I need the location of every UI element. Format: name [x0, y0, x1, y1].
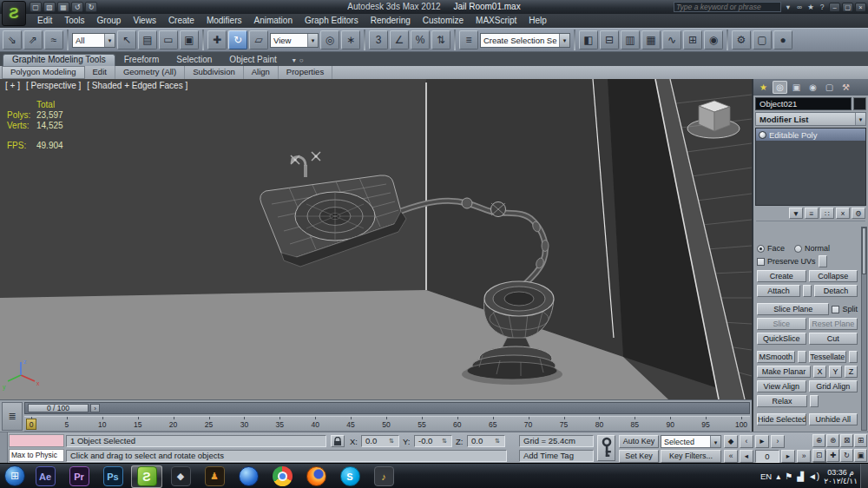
material-editor-icon[interactable]: ◉ [704, 30, 723, 49]
time-slider[interactable]: 0 / 100 [28, 404, 89, 412]
ribbon-minimize-icon[interactable]: ▾ [293, 56, 296, 64]
select-by-name-icon[interactable]: ▤ [138, 30, 157, 49]
previous-frame-icon[interactable]: ‹ [740, 435, 753, 448]
msmooth-settings-button[interactable] [798, 351, 806, 363]
select-and-scale-icon[interactable]: ▱ [249, 30, 268, 49]
render-setup-icon[interactable]: ⚙ [732, 30, 751, 49]
menu-modifiers[interactable]: Modifiers [201, 14, 248, 28]
next-frame-icon[interactable]: › [771, 435, 785, 448]
z-coordinate-field[interactable]: 0.0⇅ [467, 435, 505, 447]
infocenter-search-box[interactable] [674, 2, 781, 12]
unhide-all-button[interactable]: Unhide All [809, 413, 858, 425]
play-animation-button[interactable]: ► [755, 435, 769, 448]
quickslice-button[interactable]: QuickSlice [757, 333, 806, 345]
timeline-ruler[interactable]: 0510152025303540455055606570758085909510… [24, 416, 750, 432]
ribbon-panel-subdivision[interactable]: Subdivision [185, 66, 244, 79]
menu-animation[interactable]: Animation [247, 14, 298, 28]
ribbon-tab-freeform[interactable]: Freeform [115, 54, 168, 66]
next-key-icon[interactable]: ▸ [781, 450, 795, 463]
grid-align-button[interactable]: Grid Align [809, 380, 858, 392]
previous-key-icon[interactable]: ◂ [740, 450, 753, 463]
taskbar-clock[interactable]: 03:36 م ٢٠١٢/٤/١١ [824, 468, 858, 485]
modifier-stack-item-editable-poly[interactable]: Editable Poly [756, 129, 865, 141]
bind-to-space-warp-icon[interactable]: ≈ [44, 30, 63, 49]
collapse-button[interactable]: Collapse [809, 270, 858, 282]
show-hidden-icons-chevron[interactable]: ▴ [776, 472, 780, 481]
display-tab-icon[interactable]: ▢ [822, 81, 837, 94]
pin-stack-icon[interactable]: ▼ [789, 208, 803, 219]
use-pivot-point-center-icon[interactable]: ◎ [320, 30, 339, 49]
auto-key-toggle[interactable]: Auto Key [619, 435, 659, 448]
preserve-uvs-checkbox[interactable] [757, 258, 765, 266]
ribbon-panel-properties[interactable]: Properties [279, 66, 332, 79]
named-selection-sets-dropdown[interactable]: Create Selection Se▾ [480, 33, 570, 48]
reset-plane-button[interactable]: Reset Plane [809, 318, 858, 330]
show-desktop-button[interactable] [860, 464, 868, 488]
attach-options-button[interactable] [803, 285, 812, 297]
mini-curve-editor-button[interactable]: ≣ [2, 402, 23, 431]
firefox-icon[interactable] [300, 465, 332, 488]
menu-rendering[interactable]: Rendering [365, 14, 417, 28]
motion-tab-icon[interactable]: ◉ [806, 81, 820, 94]
attach-button[interactable]: Attach [757, 285, 800, 297]
cut-button[interactable]: Cut [809, 333, 858, 345]
time-slider-next-arrow[interactable]: › [90, 404, 100, 412]
render-production-icon[interactable]: ● [773, 30, 792, 49]
set-keys-button[interactable] [597, 435, 615, 461]
go-to-start-icon[interactable]: « [724, 450, 738, 463]
hierarchy-tab-icon[interactable]: ▣ [789, 81, 804, 94]
menu-group[interactable]: Group [91, 14, 128, 28]
hide-selected-button[interactable]: Hide Selected [757, 413, 806, 425]
zoom-extents-all-icon[interactable]: ⊞ [854, 434, 867, 447]
ribbon-panel-polygon-modeling[interactable]: Polygon Modeling [2, 66, 85, 79]
set-key-button[interactable]: Set Key [619, 450, 659, 463]
rendered-frame-window-icon[interactable]: ▢ [753, 30, 772, 49]
zoom-extents-icon[interactable]: ⊠ [840, 434, 853, 447]
face-radio[interactable] [757, 245, 765, 253]
language-indicator[interactable]: EN [760, 472, 772, 481]
y-coordinate-field[interactable]: -0.0⇅ [414, 435, 452, 447]
select-and-manipulate-icon[interactable]: ∗ [341, 30, 360, 49]
ribbon-panel-geometry-all[interactable]: Geometry (All) [115, 66, 185, 79]
menu-maxscript[interactable]: MAXScript [470, 14, 523, 28]
relax-button[interactable]: Relax [757, 395, 807, 407]
detach-button[interactable]: Detach [814, 285, 858, 297]
view-align-button[interactable]: View Align [757, 380, 806, 392]
viewport-pov-menu[interactable]: [ Perspective ] [26, 81, 81, 90]
viewport-general-menu[interactable]: [ + ] [5, 81, 20, 90]
modifier-list-arrow-icon[interactable]: ▾ [855, 113, 865, 125]
schematic-view-icon[interactable]: ⊞ [683, 30, 702, 49]
tessellate-button[interactable]: Tessellate [809, 351, 847, 363]
modifier-stack[interactable]: Editable Poly [755, 128, 866, 206]
media-app-icon[interactable]: ♪ [368, 465, 399, 488]
modifier-list-dropdown[interactable]: Modifier List ▾ [755, 112, 866, 126]
split-checkbox[interactable] [832, 306, 839, 313]
utilities-tab-icon[interactable]: ⚒ [838, 81, 853, 94]
ribbon-panel-edit[interactable]: Edit [85, 66, 115, 79]
maxscript-listener-macro-row[interactable] [9, 434, 64, 447]
zoom-region-icon[interactable]: ⊡ [812, 449, 825, 462]
ribbon-options-icon[interactable]: ○ [299, 56, 304, 64]
command-panel-scrollbar[interactable] [861, 227, 867, 431]
curve-editor-icon[interactable]: ∿ [662, 30, 681, 49]
object-name-field[interactable]: Object021 [755, 97, 852, 110]
z-spinner-icon[interactable]: ⇅ [494, 436, 501, 446]
add-time-tag-field[interactable]: Add Time Tag [519, 450, 594, 462]
menu-create[interactable]: Create [162, 14, 201, 28]
time-slider-track[interactable]: 0 / 100 › [24, 402, 750, 414]
tessellate-settings-button[interactable] [849, 351, 858, 363]
maximize-viewport-toggle-icon[interactable]: ▣ [854, 449, 867, 462]
spinner-snap-toggle-icon[interactable]: ⇅ [431, 30, 450, 49]
menu-edit[interactable]: Edit [31, 14, 58, 28]
create-tab-icon[interactable]: ★ [756, 81, 771, 94]
orbit-icon[interactable]: ↻ [840, 449, 853, 462]
close-button[interactable]: × [855, 3, 866, 12]
configure-modifier-sets-icon[interactable]: ⚙ [852, 208, 865, 219]
selection-set-arrow-icon[interactable]: ▾ [710, 436, 720, 447]
ribbon-tab-object-paint[interactable]: Object Paint [220, 54, 285, 66]
normal-radio[interactable] [794, 245, 802, 253]
maximize-button[interactable]: ▢ [842, 3, 853, 12]
selection-set-key-dropdown[interactable]: Selected ▾ [661, 435, 721, 448]
show-end-result-icon[interactable]: ≡ [805, 208, 819, 219]
viewport-perspective[interactable]: x y z [ + ][ Perspective ][ Shaded + Edg… [0, 79, 752, 399]
